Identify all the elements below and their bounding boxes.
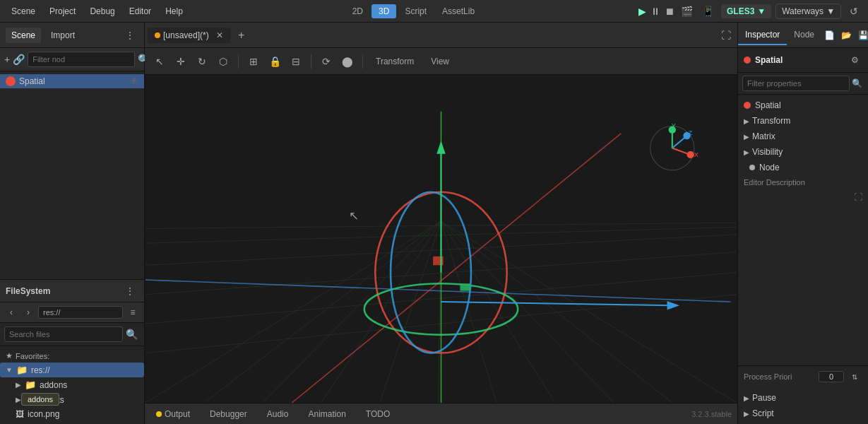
insp-save-icon[interactable]: 💾 xyxy=(855,28,868,43)
svg-text:Z: Z xyxy=(689,129,693,136)
scene-tree: Spatial 👁 xyxy=(0,71,144,279)
group-button[interactable]: ⊟ xyxy=(287,52,305,71)
script-section[interactable]: ▶ Script xyxy=(738,406,868,421)
expand-desc-button[interactable]: ⛶ xyxy=(738,189,868,205)
node-type-name: Spatial xyxy=(755,55,783,65)
add-tab-button[interactable]: + xyxy=(233,27,250,44)
folder-res[interactable]: ▼ 📁 res:// xyxy=(0,363,144,377)
file-icon-png[interactable]: 🖼 icon.png xyxy=(0,407,144,421)
nav-back-button[interactable]: ‹ xyxy=(4,305,18,319)
filesystem-header: FileSystem ⋮ xyxy=(0,280,144,302)
fullscreen-viewport-button[interactable]: ⛶ xyxy=(718,27,735,44)
filesystem-search-row: 🔍 xyxy=(0,323,144,346)
file-png-label: icon.png xyxy=(28,409,59,419)
mode-3d-button[interactable]: 3D xyxy=(371,4,396,18)
filesystem-toolbar: ‹ › res:// ≡ xyxy=(0,302,144,323)
bottom-tab-audio[interactable]: Audio xyxy=(261,407,295,421)
menu-scene[interactable]: Scene xyxy=(6,4,41,19)
menu-editor[interactable]: Editor xyxy=(124,4,157,19)
node-mini-dot xyxy=(749,165,755,170)
visibility-section[interactable]: ▶ Visibility xyxy=(738,144,868,160)
filter-props-input[interactable] xyxy=(742,76,850,91)
process-stepper-icon[interactable]: ⇅ xyxy=(847,369,862,384)
subfolder-addons-icon: 📁 xyxy=(25,379,36,390)
menu-debug[interactable]: Debug xyxy=(84,4,120,19)
camera-button[interactable]: 🎬 xyxy=(679,3,696,20)
layout-toggle-button[interactable]: ≡ xyxy=(126,305,140,319)
visibility-icon[interactable]: 👁 xyxy=(130,76,138,86)
pause-section[interactable]: ▶ Pause xyxy=(738,390,868,406)
tab-inspector[interactable]: Inspector xyxy=(738,25,787,45)
object-mode-button[interactable]: ⬤ xyxy=(338,52,357,71)
close-tab-icon[interactable]: ✕ xyxy=(216,30,223,40)
visibility-label: Visibility xyxy=(752,147,783,157)
filter-nodes-input[interactable] xyxy=(28,52,135,67)
tab-scene[interactable]: Scene xyxy=(6,28,41,43)
rotate-mode-button[interactable]: ↻ xyxy=(193,52,211,71)
toolbar-separator-1 xyxy=(238,54,239,69)
svg-text:Y: Y xyxy=(672,122,676,129)
lock-button[interactable]: 🔒 xyxy=(266,52,284,71)
menu-project[interactable]: Project xyxy=(44,4,81,19)
output-dot xyxy=(156,411,162,417)
renderer-dropdown[interactable]: GLES3 ▼ xyxy=(721,4,771,18)
bottom-tab-animation[interactable]: Animation xyxy=(302,407,351,421)
node-wrench-icon[interactable]: ⚙ xyxy=(847,52,862,68)
nav-forward-button[interactable]: › xyxy=(21,305,35,319)
bottom-tab-debugger[interactable]: Debugger xyxy=(204,407,253,421)
scale-mode-button[interactable]: ⬡ xyxy=(214,52,232,71)
process-priority-row: Process Priori 0 ⇅ xyxy=(738,365,868,387)
mode-script-button[interactable]: Script xyxy=(398,4,434,18)
transform-section[interactable]: ▶ Transform xyxy=(738,113,868,129)
waterways-dropdown[interactable]: Waterways ▼ xyxy=(775,4,841,19)
matrix-arrow: ▶ xyxy=(744,133,749,141)
insp-folder-icon[interactable]: 📂 xyxy=(838,28,854,43)
scene-toolbar: + 🔗 🔍 ⊞ xyxy=(0,48,144,71)
menu-help[interactable]: Help xyxy=(160,4,189,19)
animation-label: Animation xyxy=(308,409,345,419)
left-panel: Scene Import ⋮ + 🔗 🔍 ⊞ Spatial 👁 FileS xyxy=(0,23,145,424)
tree-item-spatial[interactable]: Spatial 👁 xyxy=(0,74,144,88)
play-button[interactable]: ▶ xyxy=(638,6,646,17)
viewport-tab-label: [unsaved](*) xyxy=(163,30,209,40)
add-node-button[interactable]: + xyxy=(4,51,10,68)
transform-button[interactable]: Transform xyxy=(369,54,421,69)
select-mode-button[interactable]: ↖ xyxy=(150,52,169,71)
waterways-chevron: ▼ xyxy=(826,6,835,16)
mode-assetlib-button[interactable]: AssetLib xyxy=(435,4,482,18)
mode-buttons: 2D 3D Script AssetLib xyxy=(345,4,482,18)
matrix-section[interactable]: ▶ Matrix xyxy=(738,129,868,144)
tab-node[interactable]: Node xyxy=(787,25,821,45)
scene-menu-icon[interactable]: ⋮ xyxy=(121,27,138,44)
viewport-tabs: [unsaved](*) ✕ + ⛶ xyxy=(145,23,737,48)
bottom-tab-output[interactable]: Output xyxy=(150,407,196,421)
subfolder-assets-arrow: ▶ xyxy=(16,396,21,404)
viewport-tab-unsaved[interactable]: [unsaved](*) ✕ xyxy=(148,28,230,43)
view-button[interactable]: View xyxy=(424,54,456,69)
stop-button[interactable]: ⏹ xyxy=(665,6,674,17)
matrix-label: Matrix xyxy=(752,131,775,141)
filesystem-menu-icon[interactable]: ⋮ xyxy=(121,283,138,300)
renderer-label: GLES3 xyxy=(727,6,754,16)
mode-2d-button[interactable]: 2D xyxy=(345,4,370,18)
pause-button[interactable]: ⏸ xyxy=(650,6,660,17)
deploy-button[interactable]: 📱 xyxy=(700,3,717,20)
filter-props-icon[interactable]: 🔍 xyxy=(850,76,864,91)
viewport-3d[interactable]: ⊞ Perspective xyxy=(145,75,737,403)
search-files-icon[interactable]: 🔍 xyxy=(123,326,140,343)
spatial-section-dot xyxy=(744,102,751,109)
tab-import[interactable]: Import xyxy=(45,28,81,43)
subfolder-assets[interactable]: ▶ 📁 assets xyxy=(0,392,144,407)
insp-file-icon[interactable]: 📄 xyxy=(821,28,837,43)
undo-button[interactable]: ↺ xyxy=(845,3,862,20)
local-space-button[interactable]: ⟳ xyxy=(317,52,335,71)
subfolder-addons[interactable]: ▶ 📁 addons xyxy=(0,377,144,392)
filesystem-content: ★ Favorites: ▼ 📁 res:// ▶ 📁 addons xyxy=(0,346,144,424)
bottom-tab-todo[interactable]: TODO xyxy=(360,407,396,421)
svg-point-34 xyxy=(687,151,694,158)
snap-grid-button[interactable]: ⊞ xyxy=(244,52,263,71)
move-mode-button[interactable]: ✛ xyxy=(172,52,190,71)
script-arrow: ▶ xyxy=(744,410,749,418)
search-files-input[interactable] xyxy=(4,326,123,342)
link-node-button[interactable]: 🔗 xyxy=(13,51,25,68)
